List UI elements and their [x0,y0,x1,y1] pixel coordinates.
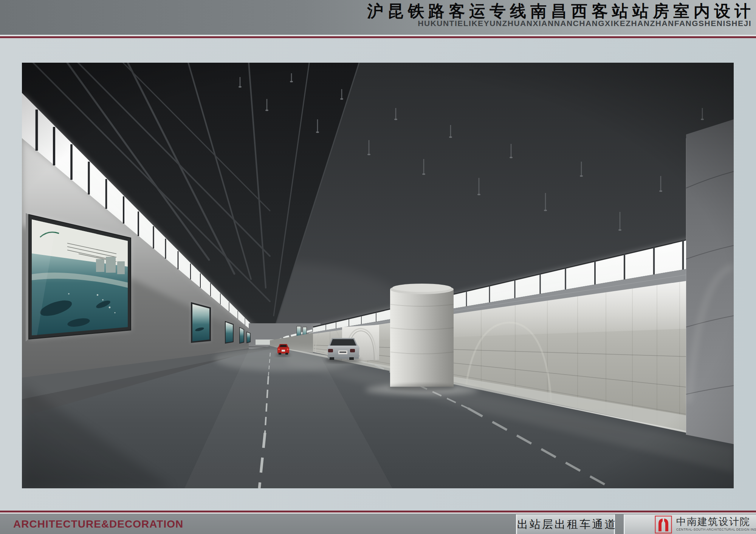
page-subtitle: HUKUNTIELIKEYUNZHUANXIANNANCHANGXIKEZHAN… [367,19,751,28]
csadi-logo-icon [655,515,672,533]
caption-panel: 出站层出租车通道 [516,514,615,534]
presentation-board: 沪昆铁路客运专线南昌西客站站房室内设计 HUKUNTIELIKEYUNZHUAN… [0,0,756,534]
vignette-overlay [22,63,734,488]
logo-text-block: 中南建筑设计院 CENTRAL-SOUTH ARCHITECTURAL DESI… [676,515,756,531]
tunnel-rendering-scene [22,63,734,488]
logo-panel: 中南建筑设计院 CENTRAL-SOUTH ARCHITECTURAL DESI… [624,514,756,534]
footer-bar: ARCHITECTURE&DECORATION 出站层出租车通道 中南建筑设计院… [0,514,756,534]
drawing-caption: 出站层出租车通道 [517,514,617,534]
rendering-viewport [22,63,734,488]
title-block: 沪昆铁路客运专线南昌西客站站房室内设计 HUKUNTIELIKEYUNZHUAN… [367,2,751,28]
company-subtitle: CENTRAL-SOUTH ARCHITECTURAL DESIGN INSTI… [676,528,756,531]
brand-text: ARCHITECTURE&DECORATION [13,514,183,534]
header-bar: 沪昆铁路客运专线南昌西客站站房室内设计 HUKUNTIELIKEYUNZHUAN… [0,0,756,35]
company-name: 中南建筑设计院 [676,515,756,528]
mat-area [0,38,756,511]
page-title: 沪昆铁路客运专线南昌西客站站房室内设计 [367,2,755,20]
